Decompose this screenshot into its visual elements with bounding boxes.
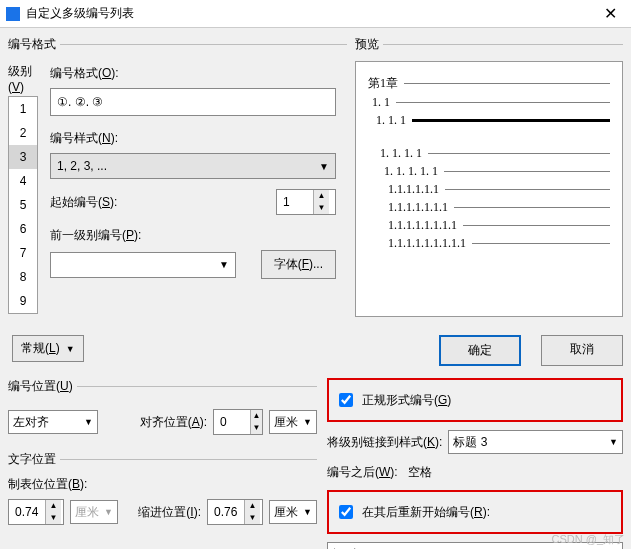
align-at-label: 对齐位置(A):: [140, 414, 207, 431]
level-item-8[interactable]: 8: [9, 265, 37, 289]
text-position-legend: 文字位置: [8, 451, 60, 468]
level-item-3[interactable]: 3: [9, 145, 37, 169]
legal-format-label: 正规形式编号(G): [362, 392, 451, 409]
watermark: CSDN @_知了: [551, 532, 625, 547]
format-o-label: 编号格式(O):: [50, 65, 347, 82]
level-item-4[interactable]: 4: [9, 169, 37, 193]
prev-level-label: 前一级别编号(P):: [50, 227, 347, 244]
changgui-dropdown[interactable]: 常规(L) ▼: [12, 335, 84, 362]
align-at-value[interactable]: [214, 410, 250, 434]
restart-level-value: 级别 2: [332, 546, 366, 550]
chevron-down-icon: ▼: [219, 259, 229, 270]
align-at-spinner[interactable]: ▲▼: [213, 409, 263, 435]
start-at-value[interactable]: [277, 190, 313, 214]
tab-pos-spinner[interactable]: ▲▼: [8, 499, 64, 525]
indent-value[interactable]: [208, 500, 244, 524]
indent-label: 缩进位置(I):: [138, 504, 201, 521]
chevron-down-icon: ▼: [66, 344, 75, 354]
level-list-label: 级别(V): [8, 63, 42, 94]
window-title: 自定义多级编号列表: [26, 5, 134, 22]
link-style-label: 将级别链接到样式(K):: [327, 434, 442, 451]
link-style-value: 标题 3: [453, 434, 487, 451]
tab-unit-select: 厘米▼: [70, 500, 118, 524]
titlebar: 自定义多级编号列表 ✕: [0, 0, 631, 28]
tab-pos-value[interactable]: [9, 500, 45, 524]
follow-select[interactable]: 空格: [404, 460, 623, 484]
restart-checkbox-row[interactable]: 在其后重新开始编号(R):: [335, 502, 615, 522]
align-value: 左对齐: [13, 414, 49, 431]
app-icon: [6, 7, 20, 21]
chevron-down-icon: ▼: [84, 417, 93, 427]
spin-up-icon[interactable]: ▲: [314, 190, 329, 202]
number-format-input[interactable]: [50, 88, 336, 116]
preview-group: 预览 第1章1. 11. 1. 11. 1. 1. 11. 1. 1. 1. 1…: [355, 36, 623, 317]
cancel-button[interactable]: 取消: [541, 335, 623, 366]
number-style-value: 1, 2, 3, ...: [57, 159, 107, 173]
link-style-select[interactable]: 标题 3 ▼: [448, 430, 623, 454]
font-button[interactable]: 字体(F)...: [261, 250, 336, 279]
number-format-group: 编号格式 级别(V) 123456789 编号格式(O): 编号样式(N): 1…: [8, 36, 347, 279]
format-n-label: 编号样式(N):: [50, 130, 347, 147]
align-unit-select[interactable]: 厘米▼: [269, 410, 317, 434]
preview-box: 第1章1. 11. 1. 11. 1. 1. 11. 1. 1. 1. 11.1…: [355, 61, 623, 317]
ok-button[interactable]: 确定: [439, 335, 521, 366]
indent-unit-select[interactable]: 厘米▼: [269, 500, 317, 524]
legal-format-highlight: 正规形式编号(G): [327, 378, 623, 422]
number-format-legend: 编号格式: [8, 36, 60, 53]
level-list[interactable]: 123456789: [8, 96, 38, 314]
follow-value: 空格: [408, 464, 432, 481]
close-button[interactable]: ✕: [596, 4, 625, 23]
start-at-label: 起始编号(S):: [50, 194, 117, 211]
preview-legend: 预览: [355, 36, 383, 53]
legal-format-checkbox-row[interactable]: 正规形式编号(G): [335, 390, 615, 410]
follow-label: 编号之后(W):: [327, 464, 398, 481]
level-item-6[interactable]: 6: [9, 217, 37, 241]
level-item-1[interactable]: 1: [9, 97, 37, 121]
spin-down-icon[interactable]: ▼: [314, 202, 329, 214]
align-select[interactable]: 左对齐 ▼: [8, 410, 98, 434]
level-item-9[interactable]: 9: [9, 289, 37, 313]
start-at-spinner[interactable]: ▲▼: [276, 189, 336, 215]
chevron-down-icon: ▼: [609, 437, 618, 447]
chevron-down-icon: ▼: [319, 161, 329, 172]
prev-level-select[interactable]: ▼: [50, 252, 236, 278]
text-position-group: 文字位置 制表位位置(B): ▲▼ 厘米▼ 缩进位置(I): ▲▼ 厘米▼: [8, 451, 317, 531]
tab-pos-label: 制表位位置(B):: [8, 476, 317, 493]
number-style-select[interactable]: 1, 2, 3, ... ▼: [50, 153, 336, 179]
indent-spinner[interactable]: ▲▼: [207, 499, 263, 525]
number-position-legend: 编号位置(U): [8, 378, 77, 395]
level-item-7[interactable]: 7: [9, 241, 37, 265]
restart-label: 在其后重新开始编号(R):: [362, 504, 490, 521]
level-item-2[interactable]: 2: [9, 121, 37, 145]
legal-format-checkbox[interactable]: [339, 393, 353, 407]
number-position-group: 编号位置(U) 左对齐 ▼ 对齐位置(A): ▲▼ 厘米▼: [8, 378, 317, 441]
level-item-5[interactable]: 5: [9, 193, 37, 217]
restart-highlight: 在其后重新开始编号(R):: [327, 490, 623, 534]
restart-checkbox[interactable]: [339, 505, 353, 519]
